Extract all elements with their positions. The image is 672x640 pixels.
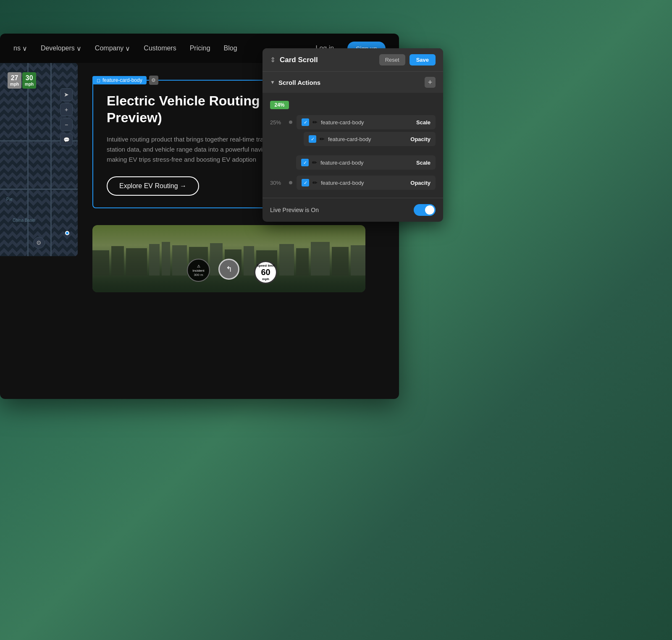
scroll-dot-indicator xyxy=(289,121,292,124)
svg-rect-1 xyxy=(111,246,124,275)
action-item-scale-2[interactable]: ✓ ✏ feature-card-body Scale xyxy=(296,155,436,170)
bottom-image: ↰ ⚠ Incident 300 m Speed limit 60 mph xyxy=(92,225,365,292)
road-sign: ↰ xyxy=(218,259,239,280)
pencil-icon: ✏ xyxy=(312,179,318,186)
map-label-china-basin: China Basin xyxy=(13,218,35,223)
svg-rect-14 xyxy=(332,247,349,275)
scroll-row-scale-2: ✓ ✏ feature-card-body Scale xyxy=(262,152,443,173)
reset-button[interactable]: Reset xyxy=(379,54,405,66)
svg-rect-12 xyxy=(296,248,309,275)
map-label-pie: Pie xyxy=(6,197,12,202)
action-checkbox[interactable]: ✓ xyxy=(302,179,309,186)
nav-item-customers[interactable]: Customers xyxy=(144,45,176,52)
map-settings-button[interactable]: ⚙ xyxy=(33,237,45,249)
save-button[interactable]: Save xyxy=(410,54,436,66)
live-preview-row: Live Preview is On xyxy=(262,198,443,222)
svg-rect-4 xyxy=(162,242,170,275)
chevron-down-icon: ∨ xyxy=(76,45,81,52)
svg-rect-9 xyxy=(244,246,254,275)
scroll-row-30pct: 30% ✓ ✏ feature-card-body Opacity xyxy=(262,173,443,193)
nav-item-company[interactable]: Company ∨ xyxy=(95,45,130,52)
action-checkbox[interactable]: ✓ xyxy=(309,135,316,143)
map-sidebar: China Basin Pie 27 mph 30 mph ➤ + − xyxy=(0,63,78,256)
chevron-down-icon: ∨ xyxy=(125,45,130,52)
message-icon[interactable]: 💬 xyxy=(60,134,73,146)
incident-badge: ⚠ Incident 300 m xyxy=(187,259,210,282)
percent-badge-24: 24% xyxy=(270,101,289,109)
live-preview-label: Live Preview is On xyxy=(270,207,414,213)
card-scroll-panel: ⇕ Card Scroll Reset Save ▼ Scroll Action… xyxy=(262,48,443,222)
svg-rect-3 xyxy=(149,244,160,275)
action-item-scale-1[interactable]: ✓ ✏ feature-card-body Scale xyxy=(297,115,436,129)
nav-item-blog[interactable]: Blog xyxy=(224,45,237,52)
toggle-knob xyxy=(425,205,434,215)
speed-limit-badge: Speed limit 60 mph xyxy=(254,261,277,284)
svg-rect-0 xyxy=(92,250,109,275)
svg-rect-2 xyxy=(126,248,147,275)
panel-header: ⇕ Card Scroll Reset Save xyxy=(262,48,443,71)
percent-label-30: 30% xyxy=(270,180,285,186)
percent-label-25: 25% xyxy=(270,119,285,126)
card-label-badge: ◻ feature-card-body xyxy=(92,76,147,84)
nav-item-pricing[interactable]: Pricing xyxy=(190,45,210,52)
scroll-actions-section: ▼ Scroll Actions + xyxy=(262,71,443,93)
navigation-icon[interactable]: ➤ xyxy=(60,88,73,101)
location-dot xyxy=(65,231,69,235)
panel-title: Card Scroll xyxy=(280,56,375,64)
card-label: ◻ feature-card-body ⚙ xyxy=(92,76,158,85)
scroll-row-25pct: 25% ✓ ✏ feature-card-body Scale ✓ ✏ feat… xyxy=(262,112,443,149)
pencil-icon: ✏ xyxy=(320,136,325,142)
svg-rect-5 xyxy=(172,245,187,275)
nav-item-developers[interactable]: Developers ∨ xyxy=(41,45,81,52)
action-checkbox[interactable]: ✓ xyxy=(301,159,309,166)
live-preview-toggle[interactable] xyxy=(414,204,436,216)
action-checkbox[interactable]: ✓ xyxy=(302,118,309,126)
nav-item-ns[interactable]: ns ∨ xyxy=(13,45,27,52)
explore-ev-routing-button[interactable]: Explore EV Routing → xyxy=(107,176,199,196)
chevron-down-icon: ∨ xyxy=(22,45,27,52)
svg-rect-13 xyxy=(311,242,330,275)
card-type-icon: ◻ xyxy=(97,78,100,83)
svg-rect-15 xyxy=(351,245,365,275)
action-item-opacity-2[interactable]: ✓ ✏ feature-card-body Opacity xyxy=(297,176,436,190)
chevron-down-icon: ▼ xyxy=(270,79,275,85)
pencil-icon: ✏ xyxy=(312,119,318,126)
scroll-row-24pct: 24% xyxy=(262,98,443,112)
speed-badge: 27 mph 30 mph xyxy=(8,72,36,89)
card-settings-button[interactable]: ⚙ xyxy=(149,76,158,85)
svg-rect-11 xyxy=(279,244,294,275)
scroll-dot-indicator xyxy=(289,181,292,184)
add-action-button[interactable]: + xyxy=(425,77,436,88)
scroll-items-list: 24% 25% ✓ ✏ feature-card-body Scale ✓ ✏ … xyxy=(262,93,443,198)
map-controls: ➤ + − 💬 xyxy=(60,88,73,146)
drag-handle-icon[interactable]: ⇕ xyxy=(270,56,276,64)
incident-icon: ⚠ xyxy=(197,264,200,268)
zoom-out-button[interactable]: − xyxy=(60,118,73,131)
zoom-in-button[interactable]: + xyxy=(60,103,73,116)
action-item-opacity-1[interactable]: ✓ ✏ feature-card-body Opacity xyxy=(304,132,436,146)
pencil-icon: ✏ xyxy=(312,159,317,166)
